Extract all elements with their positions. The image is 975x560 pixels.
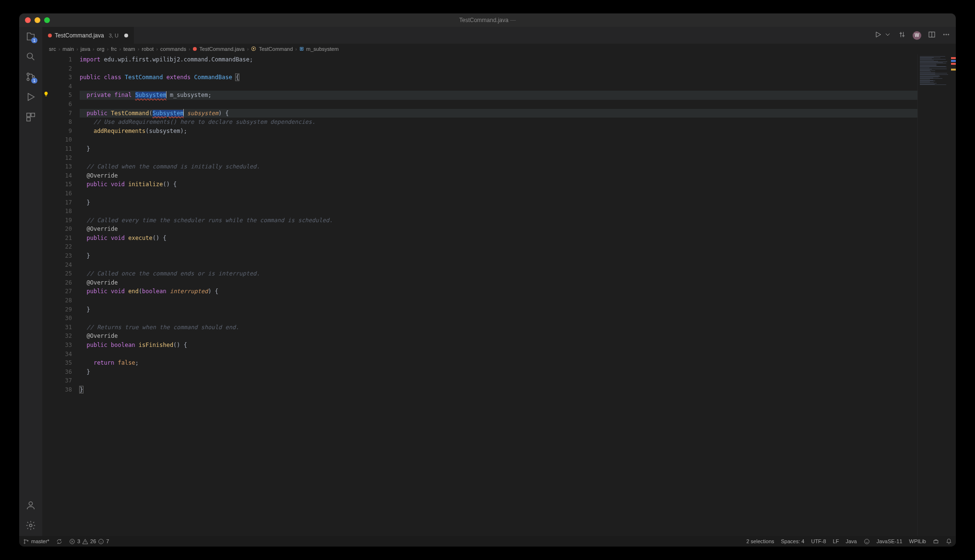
code-line[interactable]: public TestCommand(Subsystem subsystem) … xyxy=(80,109,917,118)
code-line[interactable] xyxy=(80,189,917,198)
status-selections[interactable]: 2 selections xyxy=(746,538,774,544)
window-title: TestCommand.java — xyxy=(19,17,956,24)
breadcrumb-segment[interactable]: team xyxy=(123,46,135,52)
code-line[interactable] xyxy=(80,207,917,216)
chevron-right-icon: › xyxy=(59,46,60,52)
run-button[interactable] xyxy=(874,31,882,40)
svg-rect-5 xyxy=(31,113,35,117)
code-line[interactable] xyxy=(80,82,917,91)
branch-name: master* xyxy=(31,538,49,544)
code-content[interactable]: import edu.wpi.first.wpilibj2.command.Co… xyxy=(80,54,917,536)
status-wpilib[interactable]: WPILib xyxy=(909,538,926,544)
wpilib-icon[interactable]: W xyxy=(913,31,921,40)
code-line[interactable]: // Called every time the scheduler runs … xyxy=(80,216,917,225)
settings-gear-icon[interactable] xyxy=(25,520,36,531)
code-line[interactable]: } xyxy=(80,144,917,154)
scm-badge: 1 xyxy=(31,78,37,83)
compare-changes-icon[interactable] xyxy=(898,31,906,40)
code-line[interactable]: public void execute() { xyxy=(80,234,917,243)
svg-point-14 xyxy=(24,542,25,543)
breadcrumb-segment[interactable]: src xyxy=(49,46,56,52)
more-actions-icon[interactable] xyxy=(942,31,950,40)
code-line[interactable]: public void initialize() { xyxy=(80,180,917,189)
breadcrumb-segment[interactable]: robot xyxy=(142,46,154,52)
breadcrumb[interactable]: src›main›java›org›frc›team›robot›command… xyxy=(42,44,956,54)
breadcrumb-segment[interactable]: commands xyxy=(160,46,186,52)
search-icon[interactable] xyxy=(25,51,36,62)
warning-count: 26 xyxy=(90,538,96,544)
explorer-icon[interactable]: 1 xyxy=(25,31,36,42)
breadcrumb-segment[interactable]: main xyxy=(62,46,74,52)
code-line[interactable] xyxy=(80,135,917,144)
svg-point-1 xyxy=(27,73,29,75)
status-problems[interactable]: 3 26 7 xyxy=(69,538,109,545)
minimap[interactable] xyxy=(917,54,956,536)
breadcrumb-segment[interactable]: TestCommand xyxy=(259,46,293,52)
code-line[interactable] xyxy=(80,314,917,323)
line-number: 29 xyxy=(52,305,72,314)
chevron-right-icon: › xyxy=(107,46,109,52)
split-editor-icon[interactable] xyxy=(928,31,936,40)
code-line[interactable]: @Override xyxy=(80,171,917,180)
code-line[interactable]: public void end(boolean interrupted) { xyxy=(80,287,917,296)
line-number: 4 xyxy=(52,82,72,91)
tab-testcommand[interactable]: TestCommand.java 3, U xyxy=(42,27,134,44)
code-line[interactable] xyxy=(80,376,917,385)
code-editor[interactable]: 1234567891011121314151617181920212223242… xyxy=(42,54,917,536)
code-line[interactable] xyxy=(80,242,917,251)
code-line[interactable]: // Called when the command is initially … xyxy=(80,162,917,171)
dirty-indicator-icon xyxy=(124,34,128,37)
code-line[interactable]: addRequirements(subsystem); xyxy=(80,127,917,136)
breadcrumb-segment[interactable]: org xyxy=(97,46,105,52)
status-indent[interactable]: Spaces: 4 xyxy=(781,538,805,544)
line-number: 15 xyxy=(52,180,72,189)
breadcrumb-segment[interactable]: TestCommand.java xyxy=(200,46,245,52)
status-sync[interactable] xyxy=(56,538,62,545)
code-line[interactable] xyxy=(80,261,917,270)
extensions-icon[interactable] xyxy=(25,111,36,123)
code-line[interactable]: // Use addRequirements() here to declare… xyxy=(80,118,917,127)
status-feedback-icon[interactable] xyxy=(864,538,870,545)
code-line[interactable]: public class TestCommand extends Command… xyxy=(80,73,917,82)
code-line[interactable] xyxy=(80,350,917,359)
code-line[interactable]: // Called once the command ends or is in… xyxy=(80,269,917,278)
code-line[interactable]: } xyxy=(80,368,917,377)
code-line[interactable] xyxy=(80,64,917,73)
lightbulb-icon[interactable] xyxy=(43,91,49,97)
run-dropdown-icon[interactable] xyxy=(884,31,892,40)
code-line[interactable]: return false; xyxy=(80,358,917,368)
code-line[interactable]: } xyxy=(80,385,917,394)
vscode-window: TestCommand.java — 1 1 xyxy=(19,13,956,547)
code-line[interactable]: @Override xyxy=(80,278,917,287)
account-icon[interactable] xyxy=(25,500,36,511)
field-icon: ⊞ xyxy=(299,46,304,52)
code-line[interactable]: import edu.wpi.first.wpilibj2.command.Co… xyxy=(80,55,917,64)
status-encoding[interactable]: UTF-8 xyxy=(811,538,826,544)
chevron-right-icon: › xyxy=(119,46,121,52)
status-branch[interactable]: master* xyxy=(23,538,49,545)
code-line[interactable] xyxy=(80,100,917,109)
status-jdk[interactable]: JavaSE-11 xyxy=(877,538,903,544)
code-line[interactable]: public boolean isFinished() { xyxy=(80,341,917,350)
tab-label: TestCommand.java xyxy=(55,32,104,39)
code-line[interactable]: @Override xyxy=(80,225,917,234)
code-line[interactable]: // Returns true when the command should … xyxy=(80,323,917,332)
status-ports-icon[interactable] xyxy=(933,538,939,545)
breadcrumb-segment[interactable]: frc xyxy=(111,46,117,52)
source-control-icon[interactable]: 1 xyxy=(25,71,36,83)
activity-bar: 1 1 xyxy=(19,27,42,536)
status-notifications-icon[interactable] xyxy=(946,538,952,545)
code-line[interactable]: } xyxy=(80,305,917,314)
breadcrumb-segment[interactable]: java xyxy=(81,46,90,52)
code-line[interactable]: @Override xyxy=(80,332,917,341)
status-language[interactable]: Java xyxy=(845,538,856,544)
code-line[interactable] xyxy=(80,154,917,163)
breadcrumb-segment[interactable]: m_subsystem xyxy=(306,46,339,52)
editor-toolbar: W xyxy=(868,27,956,44)
status-eol[interactable]: LF xyxy=(833,538,839,544)
run-debug-icon[interactable] xyxy=(25,91,36,103)
code-line[interactable]: } xyxy=(80,251,917,261)
code-line[interactable]: } xyxy=(80,198,917,207)
code-line[interactable]: private final Subsystem m_subsystem; xyxy=(80,91,917,100)
code-line[interactable] xyxy=(80,296,917,305)
